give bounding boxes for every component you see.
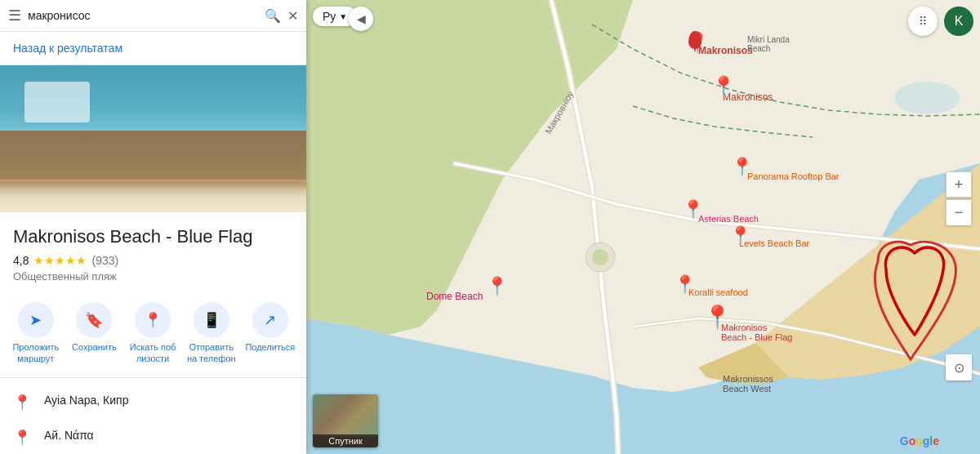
nearby-icon-circle: 📍	[135, 302, 171, 338]
zoom-in-button[interactable]: +	[946, 171, 972, 198]
back-link[interactable]: Назад к результатам	[0, 32, 306, 65]
pin-asterias[interactable]: 📍	[682, 199, 704, 220]
pin-orange-icon-2: 📍	[729, 225, 751, 246]
route-button[interactable]: ➤ Проложитьмаршрут	[11, 302, 60, 365]
location-icon-1: 📍	[13, 394, 31, 412]
address1-row: 📍 Ayia Napa, Кипр	[0, 385, 306, 420]
map-zoom-controls: + −	[946, 171, 972, 225]
svg-point-3	[894, 82, 960, 114]
left-panel: ☰ 🔍 ✕ Назад к результатам Makronisos Bea…	[0, 0, 306, 454]
satellite-label: Спутник	[313, 434, 378, 447]
top-right-bar: ⠿ K	[908, 7, 973, 36]
map-back-button[interactable]: ◀	[349, 7, 373, 31]
rating-number: 4,8	[13, 254, 29, 267]
back-arrow-icon: ◀	[357, 12, 366, 25]
search-icon[interactable]: 🔍	[265, 8, 281, 24]
pin-pink-icon: 📍	[682, 199, 704, 220]
address1-text: Ayia Napa, Кипр	[44, 393, 128, 409]
location-icon-2: 📍	[13, 429, 31, 447]
user-avatar[interactable]: K	[944, 7, 973, 36]
place-info: Makronisos Beach - Blue Flag 4,8 ★★★★★ (…	[0, 212, 306, 289]
pin-dome-beach[interactable]: 📍	[486, 276, 508, 297]
nearby-button[interactable]: 📍 Искать поблизости	[128, 302, 177, 365]
address2-text: Ай. Νάπα	[44, 428, 94, 444]
place-type: Общественный пляж	[13, 270, 293, 283]
language-label: Ру	[323, 10, 336, 23]
svg-point-2	[592, 249, 608, 265]
route-label: Проложитьмаршрут	[12, 341, 59, 365]
action-buttons: ➤ Проложитьмаршрут 🔖 Сохранить 📍 Искать …	[0, 289, 306, 379]
search-input[interactable]	[28, 9, 258, 22]
address2-row: 📍 Ай. Νάπα	[0, 420, 306, 454]
search-bar: ☰ 🔍 ✕	[0, 0, 306, 32]
pin-orange-icon-3: 📍	[674, 274, 696, 295]
route-icon-circle: ➤	[18, 302, 54, 338]
google-logo: Google	[900, 434, 939, 447]
map-area[interactable]: Makronisos Mikri LandaBeach Makronisos P…	[306, 0, 980, 454]
star-rating: ★★★★★	[33, 254, 87, 267]
share-icon-circle: ↗	[252, 302, 288, 338]
save-button[interactable]: 🔖 Сохранить	[69, 302, 118, 365]
pin-koralli[interactable]: 📍	[674, 274, 696, 296]
rating-row: 4,8 ★★★★★ (933)	[13, 254, 293, 267]
send-icon-circle: 📱	[194, 302, 229, 338]
satellite-thumbnail[interactable]: Спутник	[313, 394, 378, 447]
pin-makronisos-main[interactable]: 📍	[703, 304, 732, 331]
user-initial: K	[955, 14, 964, 29]
save-icon-circle: 🔖	[76, 302, 112, 338]
save-label: Сохранить	[72, 341, 117, 353]
nearby-label: Искать поблизости	[130, 341, 176, 365]
map-background	[306, 0, 980, 454]
close-icon[interactable]: ✕	[287, 8, 298, 24]
pin-orange-icon: 📍	[731, 157, 753, 177]
my-location-button[interactable]: ⊙	[946, 354, 972, 381]
pin-makronisos-2[interactable]: 📍	[711, 75, 736, 98]
send-phone-button[interactable]: 📱 Отправитьна телефон	[187, 302, 236, 365]
zoom-out-button[interactable]: −	[946, 199, 972, 225]
pin-levels[interactable]: 📍	[729, 225, 751, 247]
place-photo	[0, 65, 306, 212]
pin-pink-icon-2: 📍	[486, 276, 508, 296]
grid-icon: ⠿	[919, 15, 927, 28]
satellite-image	[313, 394, 378, 437]
apps-grid-button[interactable]: ⠿	[908, 7, 938, 36]
pin-red-icon: 📍	[685, 31, 710, 53]
share-label: Поделиться	[245, 341, 295, 353]
pin-main-icon: 📍	[703, 305, 732, 330]
hamburger-icon[interactable]: ☰	[8, 7, 21, 24]
pin-panorama[interactable]: 📍	[731, 157, 753, 178]
dropdown-arrow-icon: ▼	[339, 12, 347, 21]
pin-makronisos-top[interactable]: 📍	[685, 31, 710, 54]
send-label: Отправитьна телефон	[187, 341, 236, 365]
location-arrow-icon: ⊙	[954, 360, 964, 376]
info-rows: 📍 Ayia Napa, Кипр 📍 Ай. Νάπα XXM4+54 Айя…	[0, 378, 306, 454]
review-count: (933)	[91, 254, 118, 267]
place-name: Makronisos Beach - Blue Flag	[13, 225, 293, 249]
share-button[interactable]: ↗ Поделиться	[245, 302, 295, 365]
pin-red-icon-2: 📍	[711, 75, 736, 97]
